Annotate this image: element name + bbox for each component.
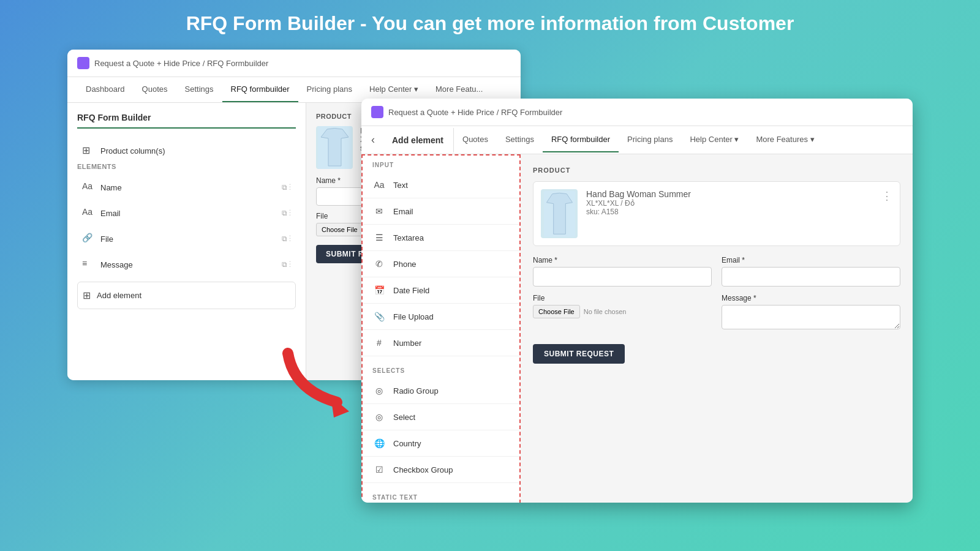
fg-tab-more-features[interactable]: More Features ▾ [747, 127, 823, 152]
message-col: Message * [722, 294, 900, 332]
file-icon: 🔗 [82, 233, 94, 245]
textarea-icon: ☰ [372, 231, 386, 244]
fg-product-variant: XL*XL*XL / Đỏ [586, 199, 881, 208]
country-icon: 🌐 [372, 437, 386, 450]
fg-back-button[interactable]: ‹ [371, 126, 382, 154]
fg-tab-help-center[interactable]: Help Center ▾ [681, 127, 747, 152]
add-element-panel: INPUT Aa Text ✉ Email ☰ Textarea ✆ Phone [361, 154, 521, 503]
sidebar-item-name[interactable]: Aa Name ⧉ ⋮ [77, 175, 296, 200]
nav-settings[interactable]: Settings [176, 77, 222, 102]
fg-tab-quotes[interactable]: Quotes [454, 127, 497, 152]
arrow-container [276, 341, 374, 429]
country-label: Country [393, 439, 421, 448]
bg-breadcrumb: Request a Quote + Hide Price / RFQ Formb… [94, 59, 268, 68]
fg-product-label: PRODUCT [533, 167, 900, 174]
panel-item-email[interactable]: ✉ Email [363, 198, 519, 225]
nav-rfq-formbuilder[interactable]: RFQ formbuilder [222, 77, 298, 102]
fg-content: INPUT Aa Text ✉ Email ☰ Textarea ✆ Phone [361, 154, 913, 503]
fg-name-label: Name * [533, 256, 712, 264]
fg-product-image [541, 189, 578, 238]
name-label: Name [100, 183, 282, 192]
file-label: File [100, 234, 282, 244]
fg-email-label: Email * [722, 256, 900, 264]
fg-nav: ‹ Add element Quotes Settings RFQ formbu… [361, 126, 913, 154]
fg-tab-rfq-formbuilder[interactable]: RFQ formbuilder [543, 127, 619, 152]
fg-file-input: Choose File No file chosen [533, 305, 712, 318]
panel-item-file-upload[interactable]: 📎 File Upload [363, 304, 519, 330]
phone-icon: ✆ [372, 257, 386, 271]
checkbox-label: Checkbox Group [393, 465, 453, 474]
radio-label: Radio Group [393, 386, 439, 395]
panel-item-phone[interactable]: ✆ Phone [363, 251, 519, 277]
sidebar-item-email[interactable]: Aa Email ⧉ ⋮ [77, 201, 296, 225]
email-col: Email * [722, 256, 900, 287]
input-section-label: INPUT [363, 156, 519, 172]
select-icon: ◎ [372, 410, 386, 424]
fg-message-input[interactable] [722, 305, 900, 329]
email-actions: ⧉ ⋮ [282, 209, 291, 217]
file-message-row: File Choose File No file chosen Message … [533, 294, 900, 332]
fg-email-input[interactable] [722, 267, 900, 287]
file-upload-label: File Upload [393, 312, 434, 321]
red-arrow [276, 341, 374, 427]
textarea-label: Textarea [393, 233, 424, 242]
panel-item-text[interactable]: Aa Text [363, 172, 519, 198]
fg-tab-settings[interactable]: Settings [497, 127, 543, 152]
fg-app-icon [371, 106, 383, 118]
nav-quotes[interactable]: Quotes [134, 77, 176, 102]
number-icon: # [372, 336, 386, 350]
bg-titlebar: Request a Quote + Hide Price / RFQ Formb… [67, 50, 521, 77]
panel-item-radio[interactable]: ◎ Radio Group [363, 378, 519, 404]
file-upload-icon: 📎 [372, 310, 386, 323]
add-element-label: Add element [97, 291, 141, 300]
name-actions: ⧉ ⋮ [282, 183, 291, 192]
bg-product-image [316, 126, 353, 169]
fg-name-input[interactable] [533, 267, 712, 287]
bg-sidebar-title: RFQ Form Builder [77, 113, 296, 129]
add-icon: ⊞ [83, 290, 91, 301]
fg-panel-title: Add element [382, 128, 454, 152]
form-preview: PRODUCT Hand Bag Woman Summer XL*XL*XL /… [521, 154, 913, 503]
add-element-button[interactable]: ⊞ Add element [77, 282, 296, 309]
fg-choose-file-button[interactable]: Choose File [533, 305, 580, 318]
product-columns-item[interactable]: ⊞ Product column(s) [77, 138, 296, 163]
text-label: Text [393, 181, 408, 190]
nav-pricing-plans[interactable]: Pricing plans [298, 77, 361, 102]
page-title: RFQ Form Builder - You can get more info… [186, 12, 794, 35]
grid-icon: ⊞ [82, 144, 94, 157]
fg-titlebar: Request a Quote + Hide Price / RFQ Formb… [361, 99, 913, 126]
shirt-svg-fg [543, 191, 576, 237]
file-actions: ⧉ ⋮ [282, 234, 291, 243]
bg-sidebar: RFQ Form Builder ⊞ Product column(s) ELE… [67, 103, 306, 380]
text-icon: Aa [82, 181, 94, 193]
product-col-label: Product column(s) [100, 146, 291, 156]
bg-choose-file-button[interactable]: Choose File [316, 223, 363, 236]
fg-file-label: File [533, 294, 712, 302]
fg-product-more[interactable]: ⋮ [881, 189, 892, 203]
panel-item-textarea[interactable]: ☰ Textarea [363, 225, 519, 251]
select-label: Select [393, 413, 415, 422]
fg-tab-pricing-plans[interactable]: Pricing plans [619, 127, 681, 152]
sidebar-item-file[interactable]: 🔗 File ⧉ ⋮ [77, 227, 296, 251]
panel-item-checkbox[interactable]: ☑ Checkbox Group [363, 457, 519, 483]
selects-section-label: SELECTS [363, 361, 519, 378]
email-label: Email [393, 207, 413, 216]
fg-no-file-text: No file chosen [584, 308, 627, 315]
name-email-row: Name * Email * [533, 256, 900, 287]
sidebar-item-message[interactable]: ≡ Message ⧉ ⋮ [77, 252, 296, 277]
fg-nav-tabs: Quotes Settings RFQ formbuilder Pricing … [454, 127, 903, 152]
panel-item-select[interactable]: ◎ Select [363, 404, 519, 430]
foreground-window: Request a Quote + Hide Price / RFQ Formb… [361, 99, 913, 503]
panel-item-number[interactable]: # Number [363, 330, 519, 356]
number-label: Number [393, 339, 421, 348]
fg-submit-button[interactable]: SUBMIT REQUEST [533, 344, 625, 364]
message-label: Message [100, 260, 282, 269]
panel-item-country[interactable]: 🌐 Country [363, 430, 519, 457]
name-col: Name * [533, 256, 712, 287]
fg-breadcrumb: Request a Quote + Hide Price / RFQ Formb… [388, 108, 562, 117]
nav-dashboard[interactable]: Dashboard [77, 77, 134, 102]
app-icon [77, 57, 89, 69]
text-icon: Aa [372, 178, 386, 192]
panel-item-date[interactable]: 📅 Date Field [363, 277, 519, 304]
email-icon: Aa [82, 207, 94, 219]
